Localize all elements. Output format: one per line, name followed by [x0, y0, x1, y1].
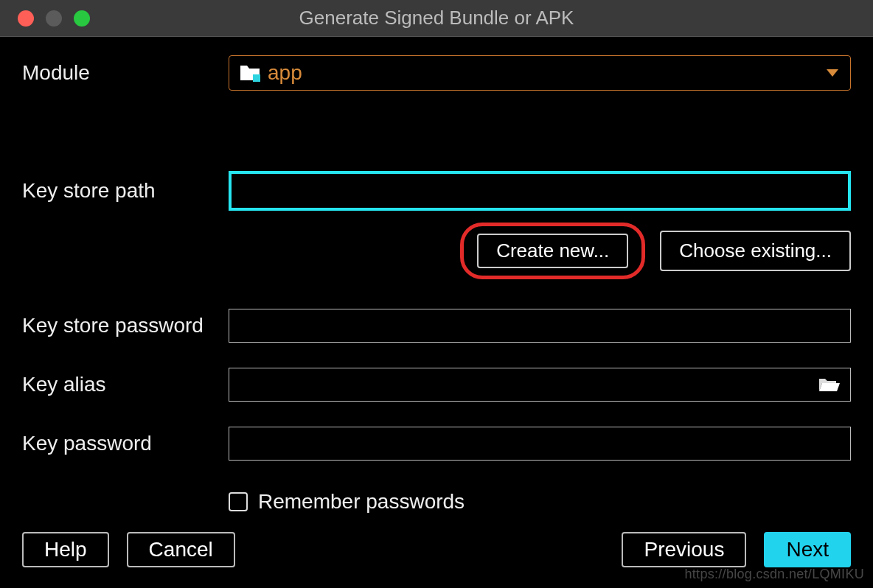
key-alias-field-wrap	[229, 368, 851, 402]
keystore-password-input[interactable]	[229, 309, 851, 343]
svg-rect-0	[253, 74, 260, 82]
key-alias-input[interactable]	[229, 368, 818, 401]
chevron-down-icon	[827, 69, 838, 77]
key-password-input[interactable]	[229, 427, 851, 461]
dialog-content: Module app Key store path Create new...	[7, 41, 866, 588]
maximize-window-icon[interactable]	[74, 10, 90, 27]
bottom-right-buttons: Previous Next	[622, 532, 851, 567]
cancel-button[interactable]: Cancel	[127, 532, 235, 567]
remember-passwords-checkbox[interactable]	[229, 492, 248, 511]
titlebar: Generate Signed Bundle or APK	[0, 0, 873, 37]
close-window-icon[interactable]	[18, 10, 34, 27]
help-button[interactable]: Help	[22, 532, 109, 567]
module-folder-icon	[240, 63, 262, 83]
keystore-path-input[interactable]	[229, 171, 851, 211]
module-select[interactable]: app	[229, 55, 851, 91]
previous-button[interactable]: Previous	[622, 532, 746, 567]
keystore-password-label: Key store password	[22, 314, 229, 337]
remember-passwords-label: Remember passwords	[258, 490, 465, 514]
choose-existing-button[interactable]: Choose existing...	[660, 231, 851, 271]
key-alias-browse-button[interactable]	[818, 374, 841, 395]
key-alias-row: Key alias	[22, 368, 851, 402]
module-selected-text: app	[268, 61, 302, 85]
bottom-button-bar: Help Cancel Previous Next	[22, 532, 851, 567]
keystore-path-label: Key store path	[22, 179, 229, 203]
module-label: Module	[22, 61, 229, 85]
bottom-left-buttons: Help Cancel	[22, 532, 235, 567]
create-new-button[interactable]: Create new...	[477, 234, 628, 268]
keystore-buttons-row: Create new... Choose existing...	[229, 223, 851, 279]
key-alias-label: Key alias	[22, 373, 229, 396]
watermark-text: https://blog.csdn.net/LQMIKU	[684, 567, 864, 582]
create-new-highlight: Create new...	[460, 223, 645, 279]
window-controls	[18, 10, 90, 27]
key-password-label: Key password	[22, 432, 229, 455]
remember-passwords-row: Remember passwords	[229, 490, 851, 514]
key-password-row: Key password	[22, 427, 851, 461]
keystore-password-row: Key store password	[22, 309, 851, 343]
window-title: Generate Signed Bundle or APK	[0, 7, 873, 29]
keystore-path-row: Key store path	[22, 171, 851, 211]
folder-open-icon	[818, 377, 841, 393]
module-row: Module app	[22, 55, 851, 91]
minimize-window-icon[interactable]	[46, 10, 62, 27]
next-button[interactable]: Next	[764, 532, 851, 567]
